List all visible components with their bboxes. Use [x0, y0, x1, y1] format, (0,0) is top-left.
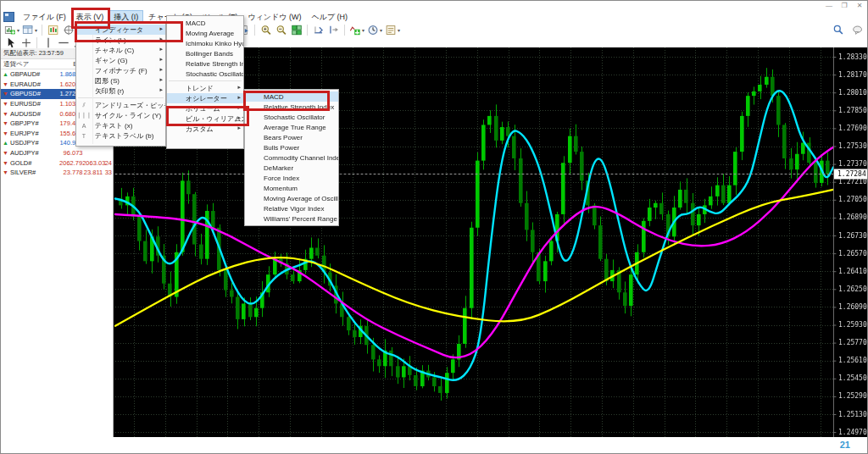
symbol-label: ▲USDJPY#: [1, 139, 44, 147]
symbol-label: ▼AUDUSD#: [1, 110, 44, 118]
hline-icon[interactable]: [57, 37, 70, 49]
indicator-menu-item-2[interactable]: Ichimoku Kinko Hyo: [167, 38, 243, 48]
oscillator-menu-item-4[interactable]: Bears Power: [245, 132, 338, 142]
menu-item-icon: ❘❘❘: [76, 110, 92, 120]
oscillator-menu-item-0[interactable]: MACD: [245, 91, 338, 102]
market-watch-icon[interactable]: [47, 25, 59, 36]
auto-scroll-icon[interactable]: [312, 25, 325, 36]
submenu-arrow-icon: ▸: [159, 56, 163, 63]
indicator-menu-item-0[interactable]: MACD: [167, 18, 243, 28]
symbol-label: ▼EURJPY#: [1, 130, 44, 137]
indicator-menu-item-10[interactable]: ビル・ウィリアムス▸: [167, 114, 243, 124]
restore-button[interactable]: ❐: [840, 3, 849, 9]
indicator-menu-item-1[interactable]: Moving Average: [167, 28, 243, 38]
vline-icon[interactable]: [42, 37, 54, 49]
insert-dropdown-menu: インディケータ▸ライン (L)▸チャネル (C)▸ギャン (G)▸フィボナッチ …: [75, 22, 166, 147]
minimize-button[interactable]: —: [825, 3, 833, 9]
market-watch-row[interactable]: ▼GOLD#2062.792063.0324: [1, 158, 113, 168]
indicators-icon[interactable]: ▾: [349, 25, 364, 36]
oscillator-menu-item-10[interactable]: Moving Average of Oscillator: [245, 193, 338, 203]
indicator-menu-item-8[interactable]: オシレーター▸: [167, 93, 243, 103]
arrow-up-icon: ▲: [3, 140, 8, 146]
oscillator-menu-item-6[interactable]: Commodity Channel Index: [245, 152, 338, 163]
oscillator-menu-item-9[interactable]: Momentum: [245, 183, 338, 193]
symbol-label: ▼GBPUSD#: [1, 90, 44, 97]
arrow-down-icon: ▼: [3, 120, 8, 126]
chart-shift-icon[interactable]: [327, 25, 340, 36]
arrow-down-icon: ▼: [3, 150, 8, 156]
indicator-menu-item-3[interactable]: Bollinger Bands: [167, 48, 243, 58]
symbol-label: ▼GBPJPY#: [1, 119, 44, 127]
cursor-icon[interactable]: [4, 37, 17, 49]
spread-value: 33: [103, 169, 113, 176]
profiles-icon[interactable]: ▾: [22, 25, 37, 36]
symbol-label: ▼EURUSD#: [1, 100, 44, 108]
oscillator-menu-item-8[interactable]: Force Index: [245, 173, 338, 183]
indicator-menu-item-9[interactable]: ボリューム▸: [167, 103, 243, 114]
insert-menu-item-4[interactable]: フィボナッチ (F)▸: [76, 65, 165, 75]
symbol-label: ▼AUDJPY#: [1, 149, 44, 157]
insert-menu-item-0[interactable]: インディケータ▸: [76, 25, 165, 35]
insert-menu-item-9[interactable]: ❘❘❘サイクル・ライン (Y): [76, 110, 165, 120]
indicator-menu-item-11[interactable]: カスタム▸: [167, 124, 243, 134]
close-button[interactable]: ✕: [855, 3, 864, 9]
menu-item-icon: [76, 25, 92, 35]
symbol-label: ▼GOLD#: [1, 159, 44, 167]
community-icon[interactable]: [851, 24, 864, 36]
oscillator-submenu: MACDRelative Strength IndexStochastic Os…: [244, 89, 339, 226]
indicator-menu-item-5[interactable]: Stochastic Oscillator: [167, 69, 243, 79]
oscillator-menu-item-11[interactable]: Relative Vigor Index: [245, 203, 338, 213]
arrow-down-icon: ▼: [3, 160, 8, 166]
periods-icon[interactable]: ▾: [367, 25, 382, 36]
oscillator-menu-item-7[interactable]: DeMarker: [245, 163, 338, 173]
new-chart-icon[interactable]: ▾: [4, 25, 19, 36]
indicator-menu-item-4[interactable]: Relative Strength Index: [167, 58, 243, 69]
oscillator-menu-item-3[interactable]: Average True Range: [245, 122, 338, 132]
oscillator-menu-item-2[interactable]: Stochastic Oscillator: [245, 112, 338, 122]
bottom-strip: 21: [1, 437, 868, 454]
navigator-icon[interactable]: [62, 25, 75, 36]
zoom-in-icon[interactable]: [259, 25, 272, 36]
menubar-item-5[interactable]: ウィンドウ (W): [242, 10, 306, 25]
insert-menu-item-8[interactable]: ⫽アンドリューズ・ピッチフォーク (A): [76, 100, 165, 110]
market-watch-row[interactable]: ▼AUDJPY#96.073: [1, 148, 113, 158]
indicator-menu-item-7[interactable]: トレンド▸: [167, 83, 243, 93]
crosshair-icon[interactable]: [19, 37, 32, 49]
arrow-up-icon: ▲: [3, 71, 8, 77]
insert-menu-item-5[interactable]: 図形 (S)▸: [76, 75, 165, 86]
submenu-arrow-icon: ▸: [159, 76, 163, 83]
market-watch-row[interactable]: ▼SILVER#23.77823.81133: [1, 168, 113, 178]
menu-item-label: テキストラベル (b): [95, 131, 153, 141]
symbol-label: ▼SILVER#: [1, 169, 44, 176]
menu-item-label: MACD: [186, 19, 206, 27]
oscillator-menu-item-1[interactable]: Relative Strength Index: [245, 102, 338, 112]
submenu-arrow-icon: ▸: [237, 104, 241, 111]
menubar-item-6[interactable]: ヘルプ (H): [306, 10, 353, 25]
zoom-out-icon[interactable]: [275, 25, 287, 36]
arrow-down-icon: ▼: [3, 81, 8, 87]
insert-menu-item-6[interactable]: 矢印類 (r)▸: [76, 86, 165, 96]
search-icon[interactable]: [832, 24, 844, 36]
menu-item-label: Bears Power: [264, 134, 303, 141]
toolbar-separator: [42, 25, 42, 36]
insert-menu-item-10[interactable]: Aテキスト (x): [76, 120, 165, 130]
insert-menu-item-2[interactable]: チャネル (C)▸: [76, 45, 165, 55]
menu-item-label: Relative Strength Index: [264, 103, 334, 111]
column-symbol[interactable]: 通貨ペア: [1, 60, 43, 69]
menu-item-label: Moving Average of Oscillator: [264, 195, 338, 202]
menu-item-label: オシレーター: [186, 94, 227, 103]
insert-menu-item-11[interactable]: Tテキストラベル (b): [76, 130, 165, 141]
insert-menu-item-1[interactable]: ライン (L)▸: [76, 35, 165, 45]
templates-icon[interactable]: ▾: [385, 25, 400, 36]
menu-item-label: ボリューム: [186, 104, 220, 114]
menu-item-icon: ⫽: [76, 100, 92, 110]
mt4-window: — ❐ ✕ ファイル (F)表示 (V)挿入 (I)チャート (C)ツール (T…: [0, 0, 868, 454]
menu-item-icon: [76, 65, 92, 75]
insert-menu-item-3[interactable]: ギャン (G)▸: [76, 55, 165, 65]
tile-windows-icon[interactable]: [290, 25, 303, 36]
menu-item-label: トレンド: [186, 84, 214, 93]
oscillator-menu-item-12[interactable]: Williams' Percent Range: [245, 213, 338, 224]
bid-value: 96.073: [44, 149, 82, 157]
oscillator-menu-item-5[interactable]: Bulls Power: [245, 142, 338, 152]
menubar-item-0[interactable]: ファイル (F): [18, 10, 71, 25]
